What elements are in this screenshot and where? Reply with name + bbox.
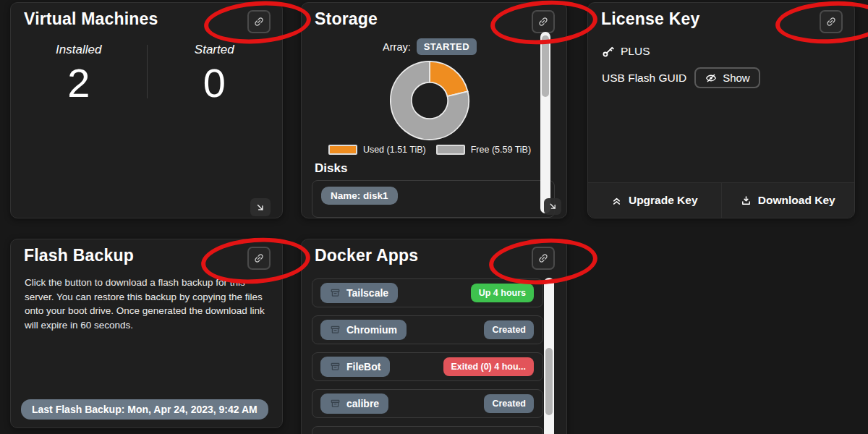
chart-legend: Used (1.51 TiB) Free (5.59 TiB) [302, 145, 558, 155]
storage-donut-chart [388, 59, 472, 142]
container-archive-icon [330, 362, 341, 372]
link-icon [825, 16, 837, 27]
docker-app-row[interactable]: calibre Created [312, 389, 543, 418]
arrow-down-right-icon [255, 203, 265, 213]
docker-app-name-badge[interactable]: FileBot [320, 357, 390, 377]
disks-panel: Name: disk1 [312, 180, 555, 218]
angles-up-icon [611, 195, 622, 206]
vm-stats-divider [147, 45, 148, 98]
docker-card-title: Docker Apps [315, 246, 418, 265]
virtual-machines-card: Virtual Machines Installed 2 Started 0 [10, 2, 283, 218]
docker-app-name-badge[interactable]: Chromium [320, 320, 407, 340]
flash-backup-description: Click the button to download a flash bac… [25, 276, 265, 332]
download-key-label: Download Key [758, 194, 835, 207]
storage-scrollbar-thumb[interactable] [542, 35, 549, 97]
vm-stats: Installed 2 Started 0 [11, 43, 282, 103]
legend-label-used: Used (1.51 TiB) [363, 145, 426, 155]
docker-app-name: FileBot [346, 361, 380, 373]
license-link-button[interactable] [820, 10, 843, 33]
array-label: Array: [383, 41, 411, 53]
docker-app-name-badge[interactable]: calibre [320, 393, 388, 414]
docker-app-name-badge[interactable]: Tailscale [320, 283, 398, 303]
docker-app-status-badge: Created [484, 394, 534, 413]
storage-card-title: Storage [315, 9, 378, 28]
flash-card-title: Flash Backup [24, 246, 134, 265]
array-status-badge: STARTED [417, 38, 477, 55]
docker-apps-list: Tailscale Up 4 hours Chromium Created [302, 278, 566, 434]
docker-app-row-partial[interactable] [312, 426, 543, 434]
docker-app-status-badge: Exited (0) 4 hou... [443, 357, 535, 376]
storage-link-button[interactable] [532, 10, 555, 33]
license-key-card: License Key PLUS USB Flash GUID Show [587, 2, 855, 218]
docker-app-row[interactable]: FileBot Exited (0) 4 hou... [312, 352, 543, 381]
link-icon [253, 252, 265, 264]
download-icon [741, 195, 752, 206]
show-button-label: Show [723, 72, 750, 84]
docker-app-name: calibre [346, 398, 379, 409]
storage-card: Storage Array: STARTED Used (1.51 TiB) F… [301, 2, 567, 218]
arrow-down-right-icon [548, 202, 558, 211]
eye-slash-icon [705, 72, 718, 84]
legend-label-free: Free (5.59 TiB) [471, 145, 531, 155]
docker-app-name: Tailscale [346, 287, 388, 299]
container-archive-icon [330, 399, 341, 409]
license-footer: Upgrade Key Download Key [588, 182, 854, 218]
storage-resize-handle[interactable] [544, 198, 561, 215]
docker-scrollbar[interactable] [544, 278, 554, 434]
container-archive-icon [330, 325, 341, 335]
legend-swatch-used [328, 145, 357, 155]
vm-started-label: Started [147, 43, 283, 57]
upgrade-key-label: Upgrade Key [629, 194, 698, 207]
disk-name-badge: Name: disk1 [321, 187, 398, 205]
license-tier: PLUS [621, 45, 650, 58]
docker-app-row[interactable]: Chromium Created [312, 315, 543, 344]
vm-link-button[interactable] [247, 10, 271, 33]
docker-app-name: Chromium [346, 324, 397, 336]
vm-started-value: 0 [147, 63, 283, 103]
key-icon [602, 46, 614, 58]
docker-link-button[interactable] [532, 247, 555, 270]
link-icon [537, 16, 549, 27]
show-guid-button[interactable]: Show [694, 67, 760, 88]
flash-backup-card: Flash Backup Click the button to downloa… [10, 239, 283, 428]
vm-card-title: Virtual Machines [24, 9, 158, 28]
flash-link-button[interactable] [247, 247, 271, 270]
docker-app-row[interactable]: Tailscale Up 4 hours [312, 278, 543, 307]
upgrade-key-button[interactable]: Upgrade Key [588, 183, 722, 218]
link-icon [253, 16, 265, 27]
license-card-title: License Key [601, 9, 699, 28]
link-icon [537, 252, 549, 264]
vm-installed-value: 2 [11, 63, 147, 103]
last-flash-backup-badge: Last Flash Backup: Mon, Apr 24, 2023, 9:… [21, 399, 268, 420]
docker-app-status-badge: Up 4 hours [471, 284, 534, 302]
disks-heading: Disks [315, 161, 566, 176]
docker-apps-card: Docker Apps Tailscale Up 4 hours [301, 239, 567, 434]
storage-scrollbar[interactable] [540, 32, 550, 213]
container-archive-icon [330, 288, 341, 298]
vm-resize-handle[interactable] [250, 198, 271, 216]
vm-installed-label: Installed [11, 43, 147, 57]
guid-label: USB Flash GUID [602, 72, 686, 85]
docker-scrollbar-thumb[interactable] [545, 348, 553, 415]
legend-swatch-free [436, 145, 465, 155]
download-key-button[interactable]: Download Key [722, 183, 855, 218]
docker-app-status-badge: Created [484, 320, 534, 339]
